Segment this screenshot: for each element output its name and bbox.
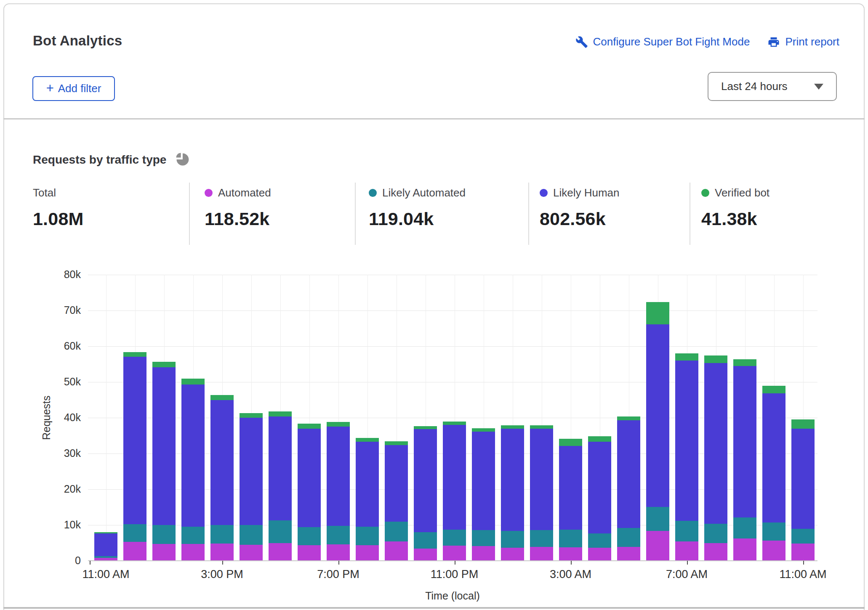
segment-verified-bot xyxy=(210,395,234,400)
segment-likely-automated xyxy=(501,531,524,548)
segment-likely-automated xyxy=(123,524,146,542)
stacked-bar-3-00-am[interactable] xyxy=(559,439,582,561)
segment-likely-automated xyxy=(298,527,321,545)
stacked-bar-11-00-pm[interactable] xyxy=(443,422,466,561)
stacked-bar-8-00-pm[interactable] xyxy=(356,438,379,561)
y-tick-label: 0 xyxy=(35,554,81,567)
stacked-bar-8-00-am[interactable] xyxy=(704,355,727,561)
page-title: Bot Analytics xyxy=(33,33,122,49)
time-range-select[interactable]: Last 24 hours xyxy=(708,72,837,101)
stacked-bar-2-00-pm[interactable] xyxy=(181,379,205,561)
x-tick xyxy=(571,561,572,565)
segment-likely-automated xyxy=(269,520,292,543)
segment-likely-automated xyxy=(356,527,379,545)
segment-likely-automated xyxy=(152,525,176,544)
stacked-bar-1-00-am[interactable] xyxy=(501,425,524,561)
segment-likely-human xyxy=(443,425,466,530)
segment-likely-human xyxy=(152,367,176,525)
segment-verified-bot xyxy=(298,424,321,429)
stacked-bar-5-00-pm[interactable] xyxy=(269,411,292,561)
segment-automated xyxy=(443,546,466,561)
x-tick xyxy=(338,561,339,565)
segment-likely-human xyxy=(559,446,582,530)
segment-likely-human xyxy=(501,429,524,530)
x-tick xyxy=(222,561,223,565)
x-tick-label: 7:00 PM xyxy=(292,568,385,581)
stacked-bar-12-00-am[interactable] xyxy=(472,428,495,561)
plus-icon: + xyxy=(46,82,54,95)
segment-likely-human xyxy=(181,385,205,527)
requests-stacked-bar-chart xyxy=(88,275,817,561)
stacked-bar-9-00-am[interactable] xyxy=(733,359,756,561)
stat-label: Likely Automated xyxy=(382,186,466,199)
stacked-bar-12-00-pm[interactable] xyxy=(123,352,146,561)
legend-dot xyxy=(205,189,213,197)
segment-likely-automated xyxy=(530,530,553,547)
stat-total[interactable]: Total1.08M xyxy=(33,186,84,229)
segment-verified-bot xyxy=(501,425,524,429)
stacked-bar-6-00-am[interactable] xyxy=(646,302,669,561)
segment-verified-bot xyxy=(762,386,785,393)
segment-likely-automated xyxy=(472,530,495,546)
stat-separator xyxy=(528,183,529,245)
configure-link-label: Configure Super Bot Fight Mode xyxy=(593,35,750,48)
segment-verified-bot xyxy=(269,411,292,417)
segment-likely-human xyxy=(269,416,292,520)
segment-verified-bot xyxy=(704,355,727,363)
stacked-bar-9-00-pm[interactable] xyxy=(385,441,408,561)
segment-verified-bot xyxy=(559,439,582,446)
stacked-bar-3-00-pm[interactable] xyxy=(210,395,234,561)
stat-automated[interactable]: Automated118.52k xyxy=(205,186,271,229)
segment-verified-bot xyxy=(327,422,350,427)
stat-likely-automated[interactable]: Likely Automated119.04k xyxy=(369,186,466,229)
segment-likely-automated xyxy=(646,507,669,531)
stacked-bar-6-00-pm[interactable] xyxy=(298,424,321,561)
stat-label: Verified bot xyxy=(715,186,769,199)
segment-automated xyxy=(675,541,698,561)
stat-likely-human[interactable]: Likely Human802.56k xyxy=(540,186,620,229)
segment-verified-bot xyxy=(733,359,756,366)
segment-likely-automated xyxy=(327,526,350,544)
add-filter-button[interactable]: + Add filter xyxy=(32,76,115,101)
segment-automated xyxy=(704,543,727,561)
stacked-bar-10-00-pm[interactable] xyxy=(414,426,437,561)
segment-verified-bot xyxy=(472,428,495,432)
segment-verified-bot xyxy=(356,438,379,442)
segment-likely-human xyxy=(327,427,350,525)
header-divider xyxy=(3,118,865,119)
stacked-bar-11-00-am[interactable] xyxy=(791,419,815,561)
stacked-bar-4-00-pm[interactable] xyxy=(240,413,263,561)
segment-likely-automated xyxy=(385,522,408,542)
segment-likely-automated xyxy=(210,525,234,544)
segment-verified-bot xyxy=(617,416,640,420)
segment-likely-human xyxy=(762,393,785,522)
segment-automated xyxy=(559,547,582,561)
stacked-bar-10-00-am[interactable] xyxy=(762,386,785,561)
stacked-bar-7-00-pm[interactable] xyxy=(327,422,350,561)
segment-verified-bot xyxy=(385,441,408,445)
segment-likely-human xyxy=(617,420,640,528)
stat-verified-bot[interactable]: Verified bot41.38k xyxy=(701,186,769,229)
configure-super-bot-fight-mode-link[interactable]: Configure Super Bot Fight Mode xyxy=(575,35,750,48)
segment-verified-bot xyxy=(646,302,669,324)
segment-likely-human xyxy=(530,429,553,530)
segment-automated xyxy=(152,544,176,561)
stacked-bar-4-00-am[interactable] xyxy=(588,436,611,561)
segment-verified-bot xyxy=(675,353,698,361)
stat-label: Automated xyxy=(218,186,271,199)
stat-label: Likely Human xyxy=(553,186,620,199)
stacked-bar-1-00-pm[interactable] xyxy=(152,362,176,561)
stacked-bar-11-00-am[interactable] xyxy=(94,532,117,561)
panel-title: Requests by traffic type xyxy=(33,153,166,167)
x-axis-title: Time (local) xyxy=(406,590,499,602)
segment-verified-bot xyxy=(152,362,176,367)
stacked-bar-2-00-am[interactable] xyxy=(530,425,553,561)
segment-likely-human xyxy=(733,366,756,517)
segment-verified-bot xyxy=(791,419,815,429)
stacked-bar-5-00-am[interactable] xyxy=(617,416,640,561)
y-gridline xyxy=(88,346,817,347)
stacked-bar-7-00-am[interactable] xyxy=(675,353,698,561)
print-report-link[interactable]: Print report xyxy=(767,35,839,48)
segment-automated xyxy=(646,531,669,561)
chevron-down-icon xyxy=(814,84,823,90)
